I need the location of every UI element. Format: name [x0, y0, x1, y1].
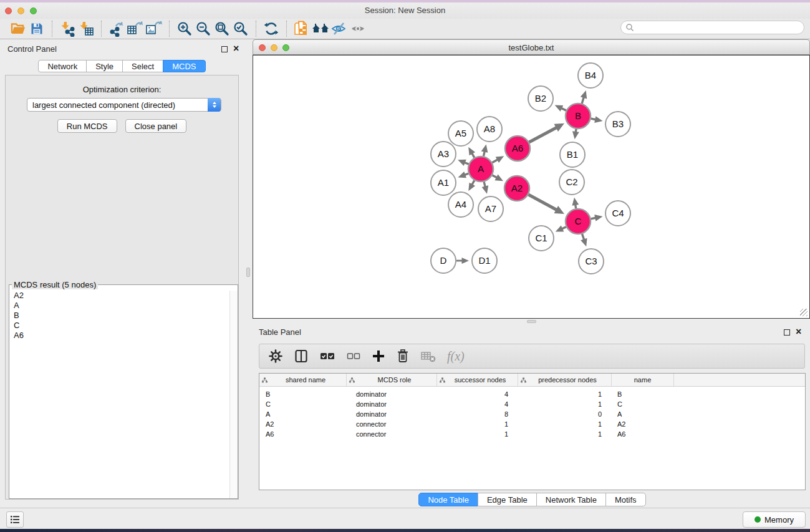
deselect-all-rows-icon[interactable] [346, 347, 361, 365]
graph-node-C[interactable]: C [566, 209, 591, 234]
table-cell[interactable]: 1 [518, 400, 612, 408]
column-header-successor-nodes[interactable]: successor nodes [437, 374, 518, 386]
zoom-out-icon[interactable] [194, 20, 213, 37]
tab-motifs[interactable]: Motifs [605, 493, 646, 506]
open-file-icon[interactable] [9, 20, 27, 37]
criterion-dropdown[interactable]: largest connected component (directed) [27, 98, 221, 112]
graph-node-B1[interactable]: B1 [560, 142, 585, 167]
delete-rows-icon[interactable] [396, 347, 410, 365]
table-panel-float-icon[interactable] [784, 329, 790, 336]
table-cell[interactable]: 4 [437, 390, 518, 398]
table-cell[interactable]: B [259, 390, 347, 398]
table-cell[interactable]: dominator [347, 410, 437, 418]
table-row[interactable]: Adominator80A [259, 409, 805, 419]
table-cell[interactable]: 1 [518, 420, 612, 428]
graph-node-C3[interactable]: C3 [579, 249, 604, 274]
table-cell[interactable]: A [259, 410, 347, 418]
export-table-icon[interactable] [126, 20, 145, 37]
tab-edge-table[interactable]: Edge Table [478, 493, 537, 506]
tab-select[interactable]: Select [122, 60, 163, 72]
horizontal-split-handle[interactable] [246, 268, 250, 277]
graph-node-D1[interactable]: D1 [472, 248, 497, 273]
delete-table-icon[interactable] [420, 347, 436, 365]
result-list-item[interactable]: A [9, 301, 229, 311]
graph-node-A2[interactable]: A2 [504, 176, 529, 201]
table-cell[interactable]: B [612, 390, 674, 398]
task-history-button[interactable] [6, 511, 24, 528]
table-cell[interactable]: A6 [259, 430, 347, 438]
table-cell[interactable]: A2 [259, 420, 347, 428]
table-row[interactable]: A6connector11A6 [259, 429, 805, 439]
table-cell[interactable]: connector [347, 430, 437, 438]
graph-node-D[interactable]: D [431, 248, 456, 273]
save-session-icon[interactable] [27, 20, 46, 37]
table-panel-close-icon[interactable]: × [796, 329, 801, 335]
export-image-icon[interactable] [145, 20, 163, 37]
table-cell[interactable]: 8 [437, 410, 518, 418]
result-list-item[interactable]: A6 [9, 331, 229, 341]
run-mcds-button[interactable]: Run MCDS [57, 119, 117, 133]
table-cell[interactable]: A [612, 410, 674, 418]
column-header-shared-name[interactable]: shared name [259, 374, 347, 386]
new-network-from-selection-icon[interactable] [292, 20, 311, 37]
show-columns-icon[interactable] [294, 347, 309, 365]
table-cell[interactable]: C [612, 400, 674, 408]
tab-style[interactable]: Style [86, 60, 123, 72]
result-list-scrollbar[interactable] [229, 291, 238, 498]
search-input[interactable] [634, 22, 804, 33]
table-cell[interactable]: 4 [437, 400, 518, 408]
result-list-item[interactable]: C [9, 321, 229, 331]
import-network-icon[interactable] [58, 20, 77, 37]
table-row[interactable]: A2connector11A2 [259, 419, 805, 429]
table-cell[interactable]: dominator [347, 390, 437, 398]
table-cell[interactable]: dominator [347, 400, 437, 408]
tab-node-table[interactable]: Node Table [418, 493, 478, 506]
table-row[interactable]: Bdominator41B [259, 389, 805, 399]
vertical-split-handle[interactable] [527, 320, 536, 323]
hide-graphics-details-icon[interactable] [330, 20, 349, 37]
table-cell[interactable]: 1 [518, 390, 612, 398]
bird-eye-view-icon[interactable] [349, 20, 367, 37]
table-cell[interactable]: A2 [612, 420, 674, 428]
control-panel-float-icon[interactable] [221, 46, 228, 52]
graph-node-B2[interactable]: B2 [528, 86, 553, 111]
column-header-predecessor-nodes[interactable]: predecessor nodes [518, 374, 612, 386]
table-settings-icon[interactable] [268, 347, 283, 365]
graph-node-C1[interactable]: C1 [529, 226, 554, 251]
result-list-item[interactable]: B [9, 311, 229, 321]
table-cell[interactable]: A6 [612, 430, 674, 438]
graph-node-A[interactable]: A [468, 157, 493, 181]
control-panel-close-icon[interactable]: × [233, 46, 239, 52]
refresh-layout-icon[interactable] [262, 20, 281, 37]
export-network-icon[interactable] [107, 20, 126, 37]
graph-node-A1[interactable]: A1 [431, 170, 456, 195]
table-cell[interactable]: 1 [518, 430, 612, 438]
table-cell[interactable]: connector [347, 420, 437, 428]
table-cell[interactable]: 0 [518, 410, 612, 418]
function-builder-icon[interactable]: f(x) [447, 347, 465, 365]
graph-node-A4[interactable]: A4 [448, 192, 473, 217]
result-list-item[interactable]: A2 [9, 291, 229, 301]
table-cell[interactable]: C [259, 400, 347, 408]
select-all-rows-icon[interactable] [319, 347, 335, 365]
window-resize-grip[interactable] [800, 309, 808, 316]
zoom-in-icon[interactable] [175, 20, 194, 37]
zoom-fit-icon[interactable] [213, 20, 231, 37]
first-neighbors-icon[interactable] [311, 20, 330, 37]
graph-node-B[interactable]: B [566, 104, 591, 128]
network-view-canvas[interactable]: B4B2BB3A5A8A6B1A3AC2A1A2A4A7C4CC1DD1C3 [253, 55, 810, 319]
memory-button[interactable]: Memory [743, 511, 806, 528]
graph-node-A7[interactable]: A7 [478, 196, 503, 221]
graph-node-B3[interactable]: B3 [605, 112, 630, 137]
import-table-icon[interactable] [77, 20, 95, 37]
graph-node-C2[interactable]: C2 [559, 170, 584, 195]
table-cell[interactable]: 1 [437, 430, 518, 438]
tab-mcds[interactable]: MCDS [163, 60, 205, 72]
graph-node-B4[interactable]: B4 [578, 63, 603, 88]
graph-node-A3[interactable]: A3 [431, 142, 456, 167]
column-header-name[interactable]: name [612, 374, 674, 386]
graph-node-A8[interactable]: A8 [477, 117, 502, 142]
tab-network-table[interactable]: Network Table [536, 493, 606, 506]
graph-node-A6[interactable]: A6 [505, 136, 530, 161]
add-row-icon[interactable] [372, 347, 385, 365]
